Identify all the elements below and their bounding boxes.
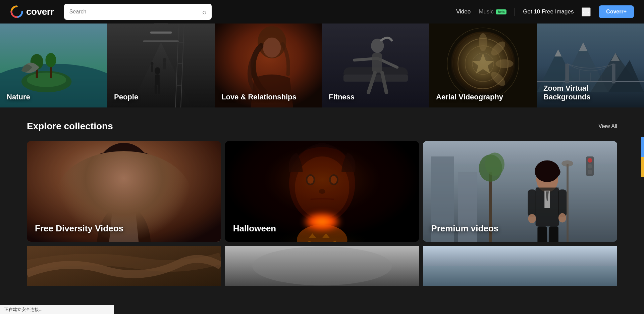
accent-bars (641, 137, 644, 177)
aerial-label: Aerial Videography (436, 93, 503, 101)
people-overlay: People (107, 24, 215, 107)
collection-card-premium[interactable]: Premium videos (423, 141, 617, 242)
premium-label: Premium videos (431, 223, 498, 234)
nav-images[interactable]: Get 10 Free Images (523, 8, 574, 15)
explore-collections-section: Explore collections View All (0, 107, 644, 300)
accent-bar-yellow (641, 157, 644, 177)
status-bar: 正在建立安全连接... (0, 305, 114, 314)
category-tile-zoom[interactable]: Zoom Virtual Backgrounds (537, 24, 644, 107)
partial-bg-2 (225, 246, 419, 286)
header: coverr ⌕ Video Music beta Get 10 Free Im… (0, 0, 644, 24)
svg-point-119 (252, 246, 392, 285)
search-input[interactable] (69, 9, 202, 15)
fitness-label: Fitness (329, 93, 355, 101)
aerial-overlay: Aerial Videography (429, 24, 537, 107)
halloween-label: Halloween (233, 223, 276, 234)
coverr-plus-button[interactable]: Coverr+ (599, 5, 634, 18)
collection-card-halloween[interactable]: Halloween (225, 141, 419, 242)
section-header: Explore collections View All (27, 121, 617, 132)
premium-overlay: Premium videos (423, 141, 617, 242)
beta-badge: beta (496, 9, 507, 14)
diversity-overlay: Free Diversity Videos (27, 141, 221, 242)
category-tile-people[interactable]: People (107, 24, 215, 107)
partial-bg-1 (27, 246, 221, 286)
logo-text: coverr (26, 6, 54, 17)
logo-icon (10, 5, 23, 18)
status-text: 正在建立安全连接... (4, 307, 43, 312)
partial-card-3[interactable] (423, 246, 617, 286)
nature-overlay: Nature (0, 24, 107, 107)
logo[interactable]: coverr (10, 5, 54, 18)
search-icon[interactable]: ⌕ (202, 8, 206, 16)
diversity-label: Free Diversity Videos (35, 223, 123, 234)
halloween-overlay: Halloween (225, 141, 419, 242)
nav-divider (515, 8, 515, 16)
category-tile-nature[interactable]: Nature (0, 24, 107, 107)
nature-label: Nature (7, 93, 30, 101)
categories-row: Nature (0, 24, 644, 107)
view-all-link[interactable]: View All (598, 123, 617, 129)
category-tile-love[interactable]: Love & Relationships (215, 24, 322, 107)
music-label-text: Music (479, 8, 493, 15)
category-tile-fitness[interactable]: Fitness (322, 24, 429, 107)
love-overlay: Love & Relationships (215, 24, 322, 107)
partial-card-2[interactable] (225, 246, 419, 286)
love-label: Love & Relationships (221, 93, 297, 101)
partial-bg-3 (423, 246, 617, 286)
zoom-overlay: Zoom Virtual Backgrounds (537, 24, 644, 107)
search-bar: ⌕ (64, 4, 212, 20)
nav-video[interactable]: Video (456, 8, 471, 15)
fitness-overlay: Fitness (322, 24, 429, 107)
nav-music[interactable]: Music beta (479, 8, 506, 15)
category-tile-aerial[interactable]: Aerial Videography (429, 24, 537, 107)
svg-rect-121 (423, 266, 617, 286)
zoom-label: Zoom Virtual Backgrounds (543, 84, 637, 101)
collection-card-diversity[interactable]: Free Diversity Videos (27, 141, 221, 242)
partial-card-1[interactable] (27, 246, 221, 286)
more-button[interactable]: ··· (582, 7, 591, 16)
bottom-partial-row (27, 246, 617, 286)
section-title: Explore collections (27, 121, 113, 132)
accent-bar-blue (641, 137, 644, 157)
main-content: Nature (0, 0, 644, 300)
collections-grid: Free Diversity Videos (27, 141, 617, 242)
people-label: People (114, 93, 138, 101)
nav-right: Video Music beta Get 10 Free Images ··· … (456, 5, 634, 18)
